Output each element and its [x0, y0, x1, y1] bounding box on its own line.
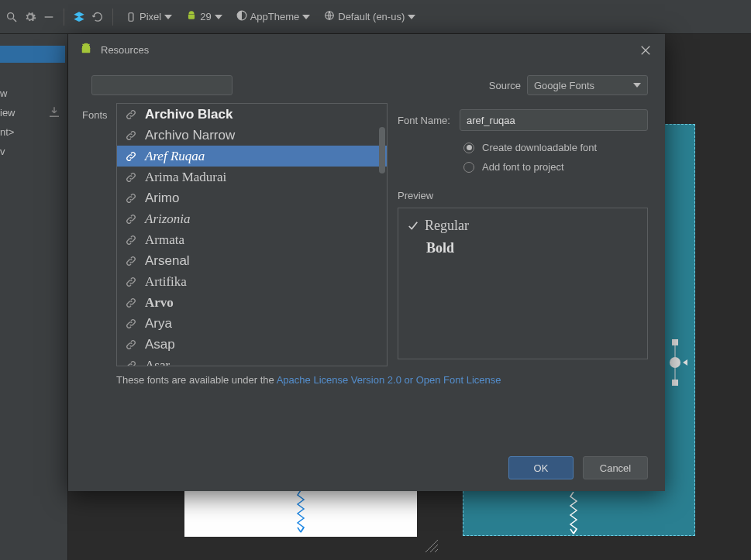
font-item[interactable]: Archivo Narrow	[117, 125, 387, 146]
font-name: Aref Ruqaa	[145, 149, 205, 164]
font-item[interactable]: Asap	[117, 334, 387, 355]
link-icon	[125, 297, 137, 309]
editor-top-toolbar: Pixel 29 AppTheme Default (en-us)	[0, 0, 751, 34]
font-item[interactable]: Arvo	[117, 292, 387, 313]
font-name: Arimo	[145, 191, 179, 206]
radio-add-row[interactable]: Add font to project	[398, 161, 648, 173]
locale-label: Default (en-us)	[338, 11, 405, 22]
android-icon	[186, 10, 197, 23]
font-item[interactable]: Arima Madurai	[117, 167, 387, 187]
theme-dropdown[interactable]: AppTheme	[232, 7, 315, 27]
search-input-container[interactable]	[91, 75, 233, 95]
font-name: Arima Madurai	[145, 170, 226, 185]
download-icon[interactable]	[47, 105, 61, 119]
device-dropdown[interactable]: Pixel	[121, 7, 177, 27]
dialog-body: Source Google Fonts Fonts Archivo BlackA…	[68, 66, 665, 444]
left-item[interactable]: v	[0, 142, 16, 161]
link-icon	[125, 108, 137, 121]
svg-line-1	[13, 19, 16, 22]
font-item[interactable]: Arsenal	[117, 250, 387, 271]
preview-label: Preview	[398, 190, 648, 201]
svg-rect-7	[672, 339, 678, 345]
globe-icon	[324, 10, 335, 23]
link-icon	[125, 276, 137, 288]
font-list[interactable]: Archivo BlackArchivo NarrowAref RuqaaAri…	[116, 103, 388, 366]
font-item[interactable]: Arya	[117, 313, 387, 334]
link-icon	[125, 150, 137, 163]
search-icon[interactable]	[5, 10, 19, 24]
font-item[interactable]: Arimo	[117, 187, 387, 208]
close-button[interactable]	[637, 42, 654, 59]
svg-rect-10	[82, 48, 91, 53]
left-item[interactable]: w	[0, 84, 16, 103]
preview-regular-label: Regular	[425, 218, 469, 234]
android-icon	[79, 42, 93, 58]
link-icon	[125, 213, 137, 225]
link-icon	[125, 171, 137, 184]
font-name: Arizonia	[145, 211, 191, 227]
font-item[interactable]: Asar	[117, 355, 387, 366]
link-icon	[125, 192, 137, 204]
font-name: Arsenal	[145, 253, 190, 269]
link-icon	[125, 234, 137, 246]
link-icon	[125, 359, 137, 367]
source-label: Source	[489, 80, 521, 91]
settings-gear-icon[interactable]	[23, 10, 37, 24]
font-item[interactable]: Artifika	[117, 271, 387, 292]
font-name-input[interactable]	[460, 109, 648, 131]
font-name-row: Font Name:	[398, 109, 648, 131]
preview-regular[interactable]: Regular	[408, 218, 638, 234]
font-item[interactable]: Arizonia	[117, 208, 387, 229]
radio-downloadable[interactable]	[463, 143, 474, 153]
resources-dialog: Resources Source Google Fonts Fonts Arch…	[68, 34, 665, 491]
dialog-title: Resources	[101, 44, 149, 56]
font-item[interactable]: Archivo Black	[117, 104, 387, 125]
api-dropdown[interactable]: 29	[181, 7, 226, 27]
theme-icon	[236, 10, 247, 23]
ok-label: OK	[534, 462, 549, 474]
locale-dropdown[interactable]: Default (en-us)	[319, 7, 420, 27]
ok-button[interactable]: OK	[508, 456, 574, 479]
font-details-column: Font Name: Create downloadable font Add …	[398, 109, 648, 359]
constraint-spring-icon	[295, 490, 306, 537]
link-icon	[125, 338, 137, 351]
font-name-label: Font Name:	[398, 115, 450, 126]
font-name: Arya	[145, 316, 172, 332]
device-label: Pixel	[140, 11, 161, 22]
radio-downloadable-row[interactable]: Create downloadable font	[398, 142, 648, 153]
link-icon	[125, 255, 137, 267]
svg-point-9	[670, 357, 680, 368]
constraint-spring-icon	[568, 492, 579, 538]
font-item[interactable]: Aref Ruqaa	[117, 146, 387, 167]
license-pretext: These fonts are available under the	[116, 374, 277, 386]
toolbar-separator	[64, 9, 64, 26]
font-name: Artifika	[145, 274, 187, 290]
layers-icon[interactable]	[72, 10, 86, 24]
left-item[interactable]: iew	[0, 103, 16, 122]
font-item[interactable]: Armata	[117, 229, 387, 250]
radio-add[interactable]	[463, 162, 474, 173]
rotate-icon[interactable]	[91, 10, 105, 24]
scrollbar-thumb[interactable]	[379, 127, 385, 173]
dialog-title-bar: Resources	[68, 34, 665, 66]
left-panel: w iew nt> v	[0, 34, 68, 560]
font-name: Armata	[145, 232, 184, 248]
minimize-icon[interactable]	[42, 10, 56, 24]
font-name: Arvo	[145, 295, 174, 311]
left-item[interactable]: nt>	[0, 122, 16, 142]
source-dropdown[interactable]: Google Fonts	[527, 75, 648, 95]
resize-handle-icon[interactable]	[422, 537, 441, 555]
svg-rect-3	[129, 12, 133, 21]
font-name: Archivo Black	[145, 107, 233, 122]
theme-label: AppTheme	[250, 11, 300, 22]
search-input[interactable]	[102, 80, 232, 91]
link-icon	[125, 129, 137, 142]
license-link[interactable]: Apache License Version 2.0 or Open Font …	[277, 374, 501, 386]
cancel-button[interactable]: Cancel	[583, 456, 648, 479]
toolbar-separator	[112, 9, 113, 26]
preview-box: Regular Bold	[398, 208, 648, 359]
layout-view-design[interactable]	[184, 490, 417, 537]
source-value: Google Fonts	[534, 80, 594, 91]
preview-bold-label: Bold	[426, 240, 454, 256]
preview-bold[interactable]: Bold	[408, 240, 638, 256]
